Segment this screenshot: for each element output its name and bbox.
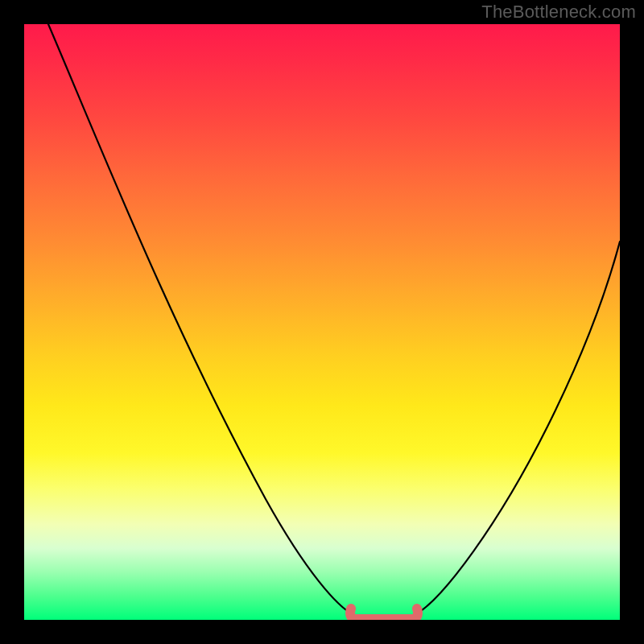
- plot-area: [24, 24, 620, 620]
- chart-frame: TheBottleneck.com: [0, 0, 644, 644]
- bottleneck-curve: [48, 24, 620, 618]
- curve-layer: [24, 24, 620, 620]
- watermark-text: TheBottleneck.com: [481, 2, 636, 23]
- valley-highlight: [350, 609, 418, 619]
